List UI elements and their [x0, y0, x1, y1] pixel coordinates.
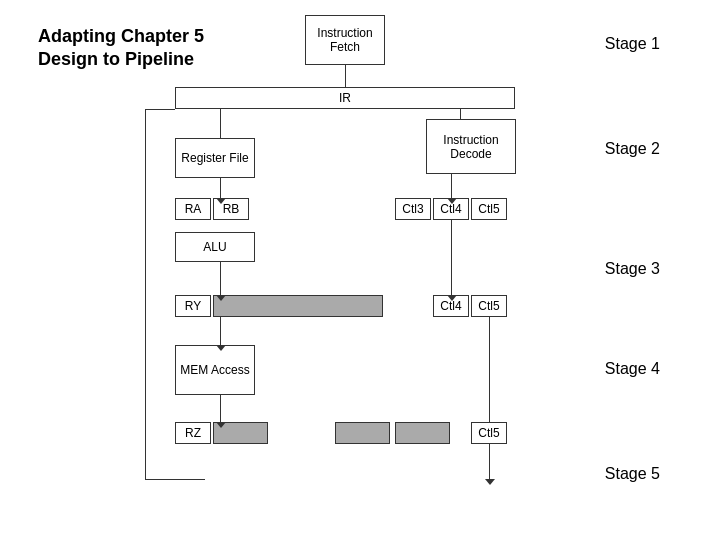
rz-gray2-box [335, 422, 390, 444]
stage-3-label: Stage 3 [605, 260, 660, 278]
arrow-rf-to-ra [220, 178, 221, 198]
arrow-ctl5-down [489, 317, 490, 479]
rz-gray3-box [395, 422, 450, 444]
ctl5-row2-box: Ctl5 [471, 198, 507, 220]
ctl5-row3-box: Ctl5 [471, 295, 507, 317]
register-file-box: Register File [175, 138, 255, 178]
arrow-id-to-ctl [451, 174, 452, 198]
arrow-if-to-ir [345, 65, 346, 87]
arrow-ctl-to-row3 [451, 220, 452, 295]
stage-2-label: Stage 2 [605, 140, 660, 158]
left-vertical-line [145, 109, 146, 479]
ry-box: RY [175, 295, 211, 317]
stage-1-label: Stage 1 [605, 35, 660, 53]
rz-box: RZ [175, 422, 211, 444]
arrow-ir-to-rf [220, 109, 221, 138]
stage-5-label: Stage 5 [605, 465, 660, 483]
instruction-decode-box: Instruction Decode [426, 119, 516, 174]
ra-box: RA [175, 198, 211, 220]
arrow-ry-to-mem [220, 317, 221, 345]
stage-4-label: Stage 4 [605, 360, 660, 378]
mem-access-box: MEM Access [175, 345, 255, 395]
instruction-fetch-box: Instruction Fetch [305, 15, 385, 65]
alu-box: ALU [175, 232, 255, 262]
arrow-alu-to-ry [220, 262, 221, 295]
bottom-h-line [145, 479, 205, 480]
ctl3-box: Ctl3 [395, 198, 431, 220]
ry-gray-box [213, 295, 383, 317]
arrow-mem-to-rz [220, 395, 221, 422]
top-h-line [145, 109, 175, 110]
ctl5-row4-box: Ctl5 [471, 422, 507, 444]
page-title: Adapting Chapter 5 Design to Pipeline [38, 25, 204, 72]
ir-box: IR [175, 87, 515, 109]
